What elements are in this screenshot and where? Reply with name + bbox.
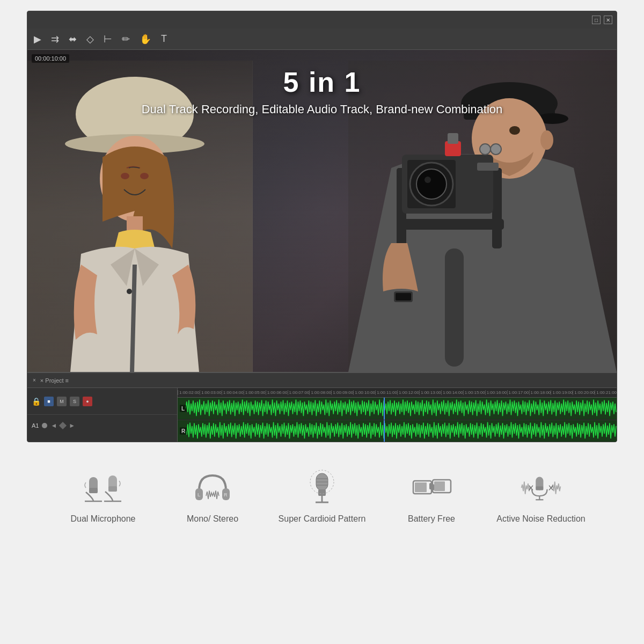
timecode-display: 00:00:10:00 (32, 54, 69, 63)
svg-text:L: L (197, 492, 201, 497)
battery-svg (410, 469, 453, 507)
ruler-mark-17: 1:00:18:00 (529, 390, 551, 395)
timecode-ruler: 1:00:02:00 1:00:03:00 1:00:04:00 1:00:05… (178, 388, 617, 398)
svg-point-31 (491, 144, 501, 155)
ctrl-dot (42, 423, 47, 428)
solo-button[interactable]: S (70, 397, 79, 406)
svg-point-30 (480, 144, 491, 155)
waveform-R-svg (178, 420, 617, 442)
playhead-R (384, 420, 385, 442)
close-button[interactable]: ✕ (604, 16, 612, 24)
track-select-tool[interactable]: ⇉ (51, 33, 59, 45)
track-R-label: R (180, 427, 187, 434)
noise-reduction-icon (519, 469, 562, 507)
timeline-close[interactable]: × (33, 377, 36, 383)
pen-tool[interactable]: ✏ (122, 33, 130, 45)
ruler-mark-12: 1:00:13:00 (419, 390, 441, 395)
svg-rect-39 (108, 486, 117, 492)
ctrl-arrow-left[interactable]: ◄ (50, 422, 57, 429)
video-preview: 5 in 1 Dual Track Recording, Editable Au… (27, 50, 617, 372)
ruler-mark-6: 1:00:07:00 (288, 390, 310, 395)
svg-text:R: R (224, 492, 228, 497)
hand-tool[interactable]: ✋ (140, 33, 151, 45)
active-noise-label: Active Noise Reduction (496, 514, 585, 524)
keyframe-diamond (59, 422, 67, 429)
text-tool[interactable]: T (161, 33, 167, 45)
track-L-label: L (180, 405, 186, 412)
svg-rect-16 (396, 293, 411, 301)
noise-reduction-svg (519, 469, 562, 507)
timeline-header: × × Project ≡ (27, 373, 617, 388)
dual-microphone-icon (82, 469, 125, 507)
svg-point-26 (425, 177, 431, 183)
sub-title: Dual Track Recording, Editable Audio Tra… (27, 103, 617, 116)
video-overlay: 5 in 1 Dual Track Recording, Editable Au… (27, 66, 617, 116)
svg-rect-59 (434, 481, 445, 491)
svg-rect-20 (492, 168, 502, 248)
svg-rect-58 (429, 483, 433, 489)
svg-rect-28 (448, 133, 458, 144)
feature-super-cardioid: Super Cardioid Pattern (274, 469, 370, 524)
track-controls: A1 ◄ ► (27, 415, 177, 436)
ruler-track: 1:00:02:00 1:00:03:00 1:00:04:00 1:00:05… (178, 390, 617, 395)
svg-point-14 (540, 130, 553, 150)
waveform-track-L: L // generate waveform bars via inline S… (178, 398, 617, 420)
ruler-mark-3: 1:00:04:00 (222, 390, 244, 395)
project-label: × Project ≡ (40, 377, 69, 384)
super-cardioid-label: Super Cardioid Pattern (279, 514, 366, 524)
feature-mono-stereo: L R Mono/ Stereo (164, 469, 261, 524)
ruler-mark-15: 1:00:16:00 (485, 390, 507, 395)
svg-point-5 (127, 289, 132, 294)
waveform-track-R: R (178, 420, 617, 442)
playhead-L (384, 398, 385, 420)
feature-battery-free: Battery Free (383, 469, 480, 524)
cardioid-icon (301, 469, 343, 507)
track-header: 🔒 ■ M S ● (27, 388, 177, 415)
waveform-L-svg: // generate waveform bars via inline SVG… (178, 398, 617, 420)
svg-rect-29 (477, 163, 499, 171)
cardioid-svg (301, 469, 343, 507)
slip-tool[interactable]: ⊢ (104, 33, 112, 45)
ctrl-arrow-right[interactable]: ► (69, 422, 75, 429)
ruler-mark-18: 1:00:19:00 (551, 390, 573, 395)
main-container: □ ✕ ▶ ⇉ ⬌ ◇ ⊢ ✏ ✋ T (0, 0, 644, 644)
ruler-mark-4: 1:00:05:00 (244, 390, 266, 395)
ruler-mark-1: 1:00:02:00 (178, 390, 200, 395)
feature-dual-microphone: Dual Microphone (55, 469, 151, 524)
ruler-mark-5: 1:00:06:00 (266, 390, 288, 395)
ripple-tool[interactable]: ⬌ (69, 33, 77, 45)
svg-rect-35 (89, 488, 98, 493)
ruler-mark-7: 1:00:08:00 (309, 390, 331, 395)
features-section: Dual Microphone L R (27, 458, 617, 535)
record-button[interactable]: ● (83, 397, 92, 406)
timeline-left-panel: 🔒 ■ M S ● A1 ◄ ► (27, 388, 178, 442)
ruler-mark-2: 1:00:03:00 (200, 390, 222, 395)
razor-tool[interactable]: ◇ (86, 33, 94, 45)
mono-stereo-label: Mono/ Stereo (187, 514, 238, 524)
battery-free-icon (410, 469, 453, 507)
headphone-svg: L R (191, 469, 234, 507)
lock-icon: 🔒 (32, 397, 41, 406)
ruler-mark-9: 1:00:10:00 (353, 390, 375, 395)
mute-button[interactable]: M (57, 397, 67, 406)
mono-stereo-icon: L R (191, 469, 234, 507)
ruler-mark-20: 1:00:21:00 (595, 390, 617, 395)
svg-point-25 (416, 169, 447, 199)
ruler-mark-19: 1:00:20:00 (573, 390, 595, 395)
title-bar: □ ✕ (27, 11, 617, 28)
svg-rect-17 (445, 248, 464, 367)
ruler-mark-14: 1:00:15:00 (463, 390, 485, 395)
select-tool[interactable]: ▶ (34, 33, 41, 45)
track-name: A1 (32, 422, 39, 429)
video-clip-icon: ■ (44, 397, 54, 406)
ruler-mark-8: 1:00:09:00 (331, 390, 353, 395)
toolbar: ▶ ⇉ ⬌ ◇ ⊢ ✏ ✋ T (27, 28, 617, 50)
feature-noise-reduction: Active Noise Reduction (493, 469, 589, 524)
editor-window: □ ✕ ▶ ⇉ ⬌ ◇ ⊢ ✏ ✋ T (27, 11, 617, 442)
svg-rect-50 (318, 489, 326, 496)
svg-point-13 (509, 126, 520, 135)
minimize-button[interactable]: □ (592, 16, 601, 24)
ruler-mark-10: 1:00:11:00 (375, 390, 397, 395)
ruler-mark-13: 1:00:14:00 (441, 390, 463, 395)
svg-point-6 (121, 173, 129, 179)
